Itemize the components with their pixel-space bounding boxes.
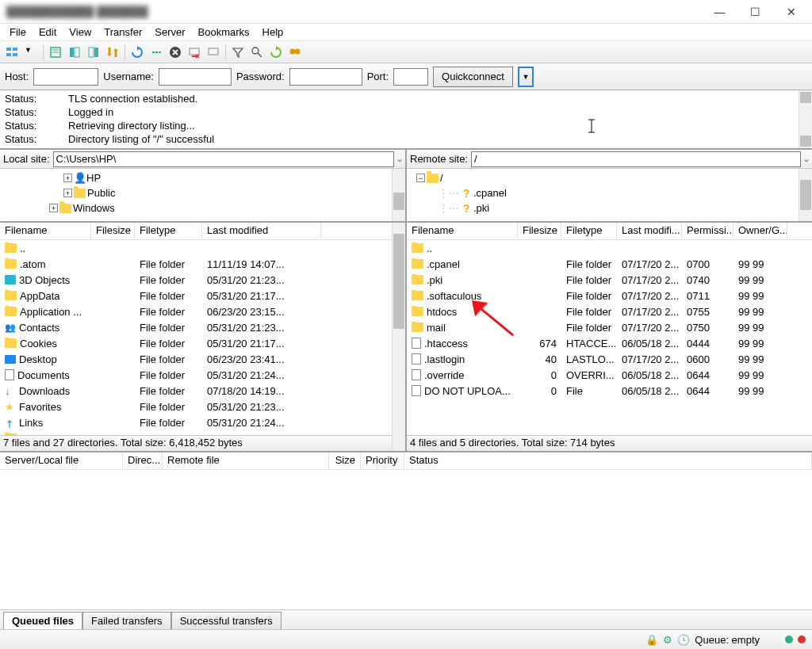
host-input[interactable]: [33, 68, 98, 86]
queue-tabs: Queued files Failed transfers Successful…: [0, 609, 812, 630]
log-line: Status:Retrieving directory listing...: [5, 119, 794, 132]
log-scrollbar[interactable]: [799, 90, 812, 148]
list-item[interactable]: 👥ContactsFile folder05/31/20 21:23...: [0, 319, 392, 335]
window-title: ████████████ ███████: [3, 6, 702, 17]
remote-list-header[interactable]: Filename Filesize Filetype Last modifi..…: [407, 223, 812, 240]
local-file-list[interactable]: ...atomFile folder11/11/19 14:07...3D Ob…: [0, 240, 392, 435]
svg-rect-3: [13, 53, 17, 56]
password-input[interactable]: [289, 68, 362, 86]
list-item[interactable]: DesktopFile folder06/23/20 23:41...: [0, 351, 392, 367]
svg-rect-1: [13, 48, 17, 51]
tab-queued-files[interactable]: Queued files: [3, 612, 82, 629]
list-item[interactable]: .atomFile folder11/11/19 14:07...: [0, 256, 392, 272]
list-item[interactable]: htdocsFile folder07/17/20 2...075599 99: [407, 304, 812, 319]
local-list-scrollbar[interactable]: [392, 223, 405, 451]
remote-file-list[interactable]: ...cpanelFile folder07/17/20 2...070099 …: [407, 240, 812, 435]
list-item[interactable]: DO NOT UPLOA...0File06/05/18 2...064499 …: [407, 383, 812, 399]
local-tree[interactable]: + 👤 HP+ Public+ Windows: [0, 169, 405, 223]
log-line: Status:Logged in: [5, 105, 794, 119]
quickconnect-bar: Host: Username: Password: Port: Quickcon…: [0, 63, 812, 90]
list-item[interactable]: CookiesFile folder05/31/20 21:17...: [0, 335, 392, 351]
username-label: Username:: [103, 71, 154, 82]
transfer-queue: Server/Local file Direc... Remote file S…: [0, 452, 812, 609]
local-status-line: 7 files and 27 directories. Total size: …: [0, 435, 392, 451]
menu-help[interactable]: Help: [256, 25, 290, 40]
tree-item[interactable]: + Public: [2, 185, 392, 200]
toolbar: ▼: [0, 41, 812, 63]
cancel-icon[interactable]: [167, 44, 184, 61]
search-icon[interactable]: [248, 44, 266, 61]
menu-edit[interactable]: Edit: [33, 25, 63, 40]
dropdown-icon[interactable]: ▼: [22, 44, 40, 61]
list-item[interactable]: ↗LinksFile folder05/31/20 21:24...: [0, 414, 392, 430]
tab-failed-transfers[interactable]: Failed transfers: [82, 612, 171, 629]
svg-point-22: [252, 48, 259, 54]
log-line: Status:TLS connection established.: [5, 92, 794, 105]
tree-item[interactable]: ⋮⋯ ? .cpanel: [408, 185, 799, 200]
reconnect-icon[interactable]: [205, 44, 222, 61]
quickconnect-dropdown[interactable]: ▼: [518, 67, 534, 87]
toggle-local-tree-icon[interactable]: [66, 44, 83, 61]
list-item[interactable]: ★FavoritesFile folder05/31/20 21:23...: [0, 399, 392, 414]
remote-tree-scrollbar[interactable]: [799, 169, 812, 221]
list-item[interactable]: .pkiFile folder07/17/20 2...074099 99: [407, 272, 812, 288]
site-manager-icon[interactable]: [3, 44, 21, 61]
local-tree-scrollbar[interactable]: [392, 169, 405, 221]
svg-rect-10: [94, 48, 98, 57]
menu-file[interactable]: File: [3, 25, 33, 40]
tab-successful-transfers[interactable]: Successful transfers: [171, 612, 282, 629]
list-item[interactable]: .lastlogin40LASTLO...07/17/20 2...060099…: [407, 351, 812, 367]
find-icon[interactable]: [286, 44, 304, 61]
local-path-input[interactable]: [53, 151, 394, 167]
process-queue-icon[interactable]: [147, 44, 165, 61]
menu-bar: File Edit View Transfer Server Bookmarks…: [0, 24, 812, 41]
filter-icon[interactable]: [229, 44, 247, 61]
svg-rect-7: [70, 48, 74, 57]
local-list-header[interactable]: Filename Filesize Filetype Last modified: [0, 223, 392, 240]
menu-server[interactable]: Server: [148, 25, 191, 40]
list-item[interactable]: ..: [407, 240, 812, 256]
remote-path-input[interactable]: [471, 151, 801, 167]
close-button[interactable]: ✕: [773, 1, 809, 23]
clock-icon[interactable]: 🕓: [677, 634, 690, 646]
local-site-label: Local site:: [3, 153, 50, 165]
minimize-button[interactable]: —: [702, 1, 737, 23]
port-input[interactable]: [393, 68, 428, 86]
list-item[interactable]: .softaculousFile folder07/17/20 2...0711…: [407, 288, 812, 304]
list-item[interactable]: 3D ObjectsFile folder05/31/20 21:23...: [0, 272, 392, 288]
tree-item[interactable]: − /: [408, 170, 799, 185]
list-item[interactable]: ..: [0, 240, 392, 256]
quickconnect-button[interactable]: Quickconnect: [433, 67, 513, 87]
svg-line-23: [258, 53, 262, 57]
list-item[interactable]: DocumentsFile folder05/31/20 21:24...: [0, 367, 392, 383]
queue-status: Queue: empty: [695, 634, 760, 646]
toggle-queue-icon[interactable]: [104, 44, 121, 61]
menu-transfer[interactable]: Transfer: [98, 25, 148, 40]
gear-icon[interactable]: ⚙: [663, 634, 672, 646]
tree-item[interactable]: + Windows: [2, 200, 392, 216]
lock-icon[interactable]: 🔒: [645, 634, 658, 646]
list-item[interactable]: AppDataFile folder05/31/20 21:17...: [0, 288, 392, 304]
list-item[interactable]: mailFile folder07/17/20 2...075099 99: [407, 319, 812, 335]
list-item[interactable]: .override0OVERRI...06/05/18 2...064499 9…: [407, 367, 812, 383]
local-path-dropdown-icon[interactable]: ⌵: [397, 155, 402, 163]
status-bar: 🔒 ⚙ 🕓 Queue: empty: [0, 630, 812, 649]
tree-item[interactable]: ⋮⋯ ? .pki: [408, 200, 799, 216]
list-item[interactable]: ↓DownloadsFile folder07/18/20 14:19...: [0, 383, 392, 399]
compare-icon[interactable]: [267, 44, 285, 61]
menu-view[interactable]: View: [63, 25, 98, 40]
remote-tree[interactable]: − /⋮⋯ ? .cpanel⋮⋯ ? .pki: [407, 169, 812, 223]
maximize-button[interactable]: ☐: [737, 1, 773, 23]
list-item[interactable]: .htaccess674HTACCE...06/05/18 2...044499…: [407, 335, 812, 351]
toggle-log-icon[interactable]: [47, 44, 64, 61]
menu-bookmarks[interactable]: Bookmarks: [192, 25, 256, 40]
refresh-icon[interactable]: [128, 44, 146, 61]
list-item[interactable]: .cpanelFile folder07/17/20 2...070099 99: [407, 256, 812, 272]
svg-rect-9: [89, 48, 94, 57]
toggle-remote-tree-icon[interactable]: [85, 44, 102, 61]
username-input[interactable]: [159, 68, 232, 86]
list-item[interactable]: Application ...File folder06/23/20 23:15…: [0, 304, 392, 319]
remote-path-dropdown-icon[interactable]: ⌵: [804, 155, 809, 163]
disconnect-icon[interactable]: [186, 44, 203, 61]
tree-item[interactable]: + 👤 HP: [2, 170, 392, 185]
